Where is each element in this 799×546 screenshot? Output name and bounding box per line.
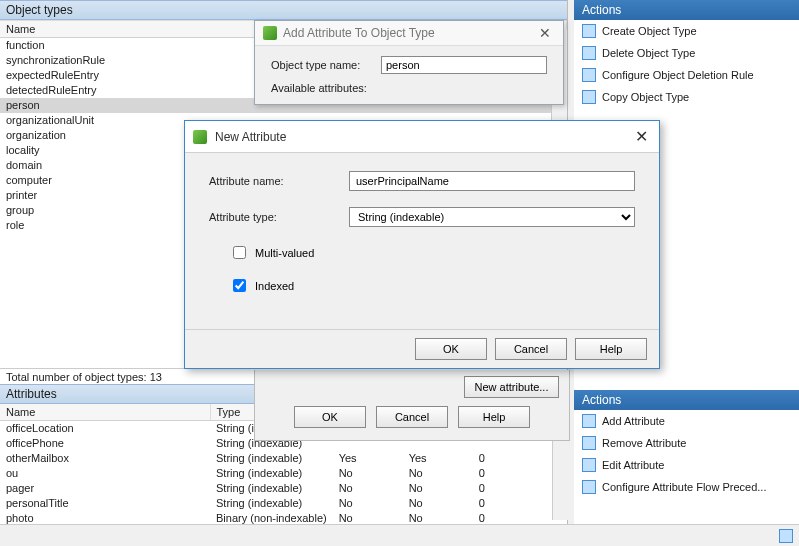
action-icon (582, 458, 596, 472)
statusbar-icon[interactable] (779, 529, 793, 543)
dlg2-attribute-name-input[interactable] (349, 171, 635, 191)
attr-col-name[interactable]: Name (0, 404, 210, 421)
dialog-new-attribute: New Attribute ✕ Attribute name: Attribut… (184, 120, 660, 369)
cell-c4: Yes (403, 451, 473, 466)
dlg2-multi-valued-checkbox[interactable] (233, 246, 246, 259)
dlg1-titlebar[interactable]: Add Attribute To Object Type ✕ (255, 21, 563, 46)
dlg2-help-button[interactable]: Help (575, 338, 647, 360)
actions-bottom-title: Actions (574, 390, 799, 410)
action-item[interactable]: Delete Object Type (574, 42, 799, 64)
cell-c3: No (333, 466, 403, 481)
object-types-panel-title: Object types (0, 0, 567, 20)
dlg2-titlebar[interactable]: New Attribute ✕ (185, 121, 659, 153)
cell-c4: No (403, 496, 473, 511)
dlg2-name-label: Attribute name: (209, 175, 349, 187)
action-label: Create Object Type (602, 25, 697, 37)
dialog-add-attribute-to-object-type: Add Attribute To Object Type ✕ Object ty… (254, 20, 564, 105)
dlg2-multi-valued-label[interactable]: Multi-valued (255, 247, 314, 259)
cell-c3: No (333, 481, 403, 496)
action-icon (582, 46, 596, 60)
action-item[interactable]: Configure Object Deletion Rule (574, 64, 799, 86)
action-icon (582, 90, 596, 104)
dlg2-close-icon[interactable]: ✕ (631, 127, 651, 146)
cell-type: String (indexable) (210, 481, 333, 496)
cell-name: ou (0, 466, 210, 481)
cell-name: pager (0, 481, 210, 496)
table-row[interactable]: pagerString (indexable)NoNo0 (0, 481, 568, 496)
dlg2-title: New Attribute (215, 130, 623, 144)
dlg1-new-attribute-button[interactable]: New attribute... (464, 376, 559, 398)
table-row[interactable]: personalTitleString (indexable)NoNo0 (0, 496, 568, 511)
dlg1-object-type-name-input[interactable] (381, 56, 547, 74)
dlg2-app-icon (193, 130, 207, 144)
status-bar (0, 524, 799, 546)
action-label: Configure Object Deletion Rule (602, 69, 754, 81)
action-icon (582, 24, 596, 38)
action-item[interactable]: Add Attribute (574, 410, 799, 432)
dlg2-cancel-button[interactable]: Cancel (495, 338, 567, 360)
action-item[interactable]: Configure Attribute Flow Preced... (574, 476, 799, 498)
cell-type: String (indexable) (210, 496, 333, 511)
cell-name: officeLocation (0, 421, 210, 436)
action-item[interactable]: Edit Attribute (574, 454, 799, 476)
action-item[interactable]: Copy Object Type (574, 86, 799, 108)
action-item[interactable]: Create Object Type (574, 20, 799, 42)
cell-type: String (indexable) (210, 451, 333, 466)
action-label: Edit Attribute (602, 459, 664, 471)
dlg1-close-icon[interactable]: ✕ (535, 25, 555, 41)
action-icon (582, 414, 596, 428)
cell-c3: No (333, 496, 403, 511)
actions-top-title: Actions (574, 0, 799, 20)
action-item[interactable]: Remove Attribute (574, 432, 799, 454)
action-label: Add Attribute (602, 415, 665, 427)
dlg1-avail-label: Available attributes: (271, 82, 367, 94)
cell-name: otherMailbox (0, 451, 210, 466)
action-label: Remove Attribute (602, 437, 686, 449)
cell-name: officePhone (0, 436, 210, 451)
action-label: Copy Object Type (602, 91, 689, 103)
dlg1-help-button[interactable]: Help (458, 406, 530, 428)
table-row[interactable]: otherMailboxString (indexable)YesYes0 (0, 451, 568, 466)
dlg2-indexed-checkbox[interactable] (233, 279, 246, 292)
dlg2-attribute-type-select[interactable]: String (indexable) (349, 207, 635, 227)
table-row[interactable]: ouString (indexable)NoNo0 (0, 466, 568, 481)
dlg1-name-label: Object type name: (271, 59, 381, 71)
cell-name: personalTitle (0, 496, 210, 511)
dlg1-cancel-button[interactable]: Cancel (376, 406, 448, 428)
dlg1-title: Add Attribute To Object Type (283, 26, 529, 40)
action-icon (582, 68, 596, 82)
action-label: Delete Object Type (602, 47, 695, 59)
dlg2-indexed-label[interactable]: Indexed (255, 280, 294, 292)
action-icon (582, 480, 596, 494)
action-icon (582, 436, 596, 450)
cell-c4: No (403, 481, 473, 496)
dlg2-type-label: Attribute type: (209, 211, 349, 223)
dlg2-ok-button[interactable]: OK (415, 338, 487, 360)
cell-c3: Yes (333, 451, 403, 466)
cell-type: String (indexable) (210, 466, 333, 481)
dlg1-app-icon (263, 26, 277, 40)
dlg1-lower-strip: New attribute... OK Cancel Help (254, 370, 570, 441)
cell-c4: No (403, 466, 473, 481)
action-label: Configure Attribute Flow Preced... (602, 481, 766, 493)
dlg1-ok-button[interactable]: OK (294, 406, 366, 428)
